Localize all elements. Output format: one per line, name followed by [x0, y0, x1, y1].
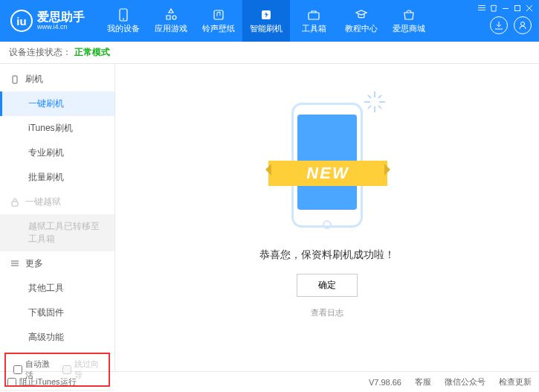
svg-rect-5: [478, 5, 485, 6]
sidebar-item-download-firmware[interactable]: 下载固件: [0, 301, 114, 325]
status-label: 设备连接状态：: [9, 46, 71, 59]
nav-toolbox[interactable]: 工具箱: [290, 0, 338, 42]
sidebar-item-other-tools[interactable]: 其他工具: [0, 276, 114, 301]
user-button[interactable]: [514, 16, 532, 34]
download-button[interactable]: [490, 16, 508, 34]
ringtone-icon: [212, 8, 225, 22]
main-nav: 我的设备 应用游戏 铃声壁纸 智能刷机 工具箱 教程中心 爱思商城: [100, 0, 433, 42]
app-title: 爱思助手: [37, 10, 85, 24]
close-button[interactable]: [524, 3, 535, 13]
sidebar-item-batch-flash[interactable]: 批量刷机: [0, 165, 114, 190]
apps-icon: [164, 8, 178, 22]
auto-activate-checkbox[interactable]: 自动激活: [13, 359, 52, 381]
app-logo: iu 爱思助手 www.i4.cn: [10, 10, 85, 32]
svg-rect-6: [478, 7, 485, 8]
skip-guide-checkbox[interactable]: 跳过向导: [62, 359, 101, 381]
maximize-button[interactable]: [512, 3, 523, 13]
store-icon: [402, 8, 416, 22]
minimize-button[interactable]: [500, 3, 511, 13]
sidebar-group-more[interactable]: 更多: [0, 251, 114, 276]
nav-store[interactable]: 爱思商城: [385, 0, 433, 42]
more-icon: [10, 259, 19, 268]
logo-icon: iu: [10, 10, 33, 32]
svg-rect-2: [214, 10, 223, 19]
tutorial-icon: [355, 8, 368, 22]
nav-my-device[interactable]: 我的设备: [100, 0, 147, 42]
toolbox-icon: [307, 8, 320, 22]
status-bar: 设备连接状态： 正常模式: [0, 42, 539, 64]
menu-icon[interactable]: [477, 3, 487, 13]
nav-ringtone[interactable]: 铃声壁纸: [195, 0, 242, 42]
phone-icon: [10, 75, 19, 84]
svg-point-8: [521, 22, 525, 26]
app-header: iu 爱思助手 www.i4.cn 我的设备 应用游戏 铃声壁纸 智能刷机 工具…: [0, 0, 539, 42]
sidebar-group-flash[interactable]: 刷机: [0, 67, 114, 91]
svg-rect-4: [309, 13, 319, 19]
main-content: NEW 恭喜您，保资料刷机成功啦！ 确定 查看日志: [115, 64, 539, 371]
skin-icon[interactable]: [488, 3, 499, 13]
wechat-link[interactable]: 微信公众号: [445, 376, 485, 388]
options-highlight-box: 自动激活 跳过向导: [4, 353, 110, 387]
view-log-link[interactable]: 查看日志: [311, 307, 343, 318]
support-link[interactable]: 客服: [415, 376, 431, 388]
nav-flash[interactable]: 智能刷机: [242, 0, 290, 42]
sidebar-item-jailbreak-moved: 越狱工具已转移至工具箱: [0, 214, 114, 251]
window-controls: [472, 0, 539, 16]
sidebar-item-pro-flash[interactable]: 专业刷机: [0, 141, 114, 165]
svg-point-1: [123, 18, 124, 19]
sidebar-item-advanced[interactable]: 高级功能: [0, 325, 114, 350]
new-ribbon: NEW: [268, 161, 387, 186]
svg-rect-7: [478, 10, 485, 10]
sidebar-item-onekey-flash[interactable]: 一键刷机: [0, 91, 114, 116]
sidebar-group-jailbreak: 一键越狱: [0, 190, 114, 214]
check-update-link[interactable]: 检查更新: [499, 376, 532, 388]
success-illustration: NEW: [271, 94, 383, 235]
sidebar-item-itunes-flash[interactable]: iTunes刷机: [0, 116, 114, 141]
device-icon: [117, 8, 130, 22]
sparkle-icon: [362, 89, 387, 115]
status-value: 正常模式: [74, 46, 110, 59]
device-info[interactable]: iPhone 15 Pro Max 512GB iPhone: [0, 390, 114, 392]
svg-rect-10: [12, 202, 18, 206]
success-message: 恭喜您，保资料刷机成功啦！: [259, 248, 395, 262]
flash-icon: [259, 8, 273, 22]
version-label: V7.98.66: [369, 378, 401, 387]
ok-button[interactable]: 确定: [297, 274, 358, 297]
nav-tutorial[interactable]: 教程中心: [338, 0, 385, 42]
header-actions: [490, 16, 532, 34]
app-url: www.i4.cn: [37, 24, 85, 31]
svg-rect-9: [13, 76, 17, 83]
lock-icon: [10, 198, 19, 207]
sidebar: 刷机 一键刷机 iTunes刷机 专业刷机 批量刷机 一键越狱 越狱工具已转移至…: [0, 64, 115, 371]
nav-apps[interactable]: 应用游戏: [147, 0, 195, 42]
